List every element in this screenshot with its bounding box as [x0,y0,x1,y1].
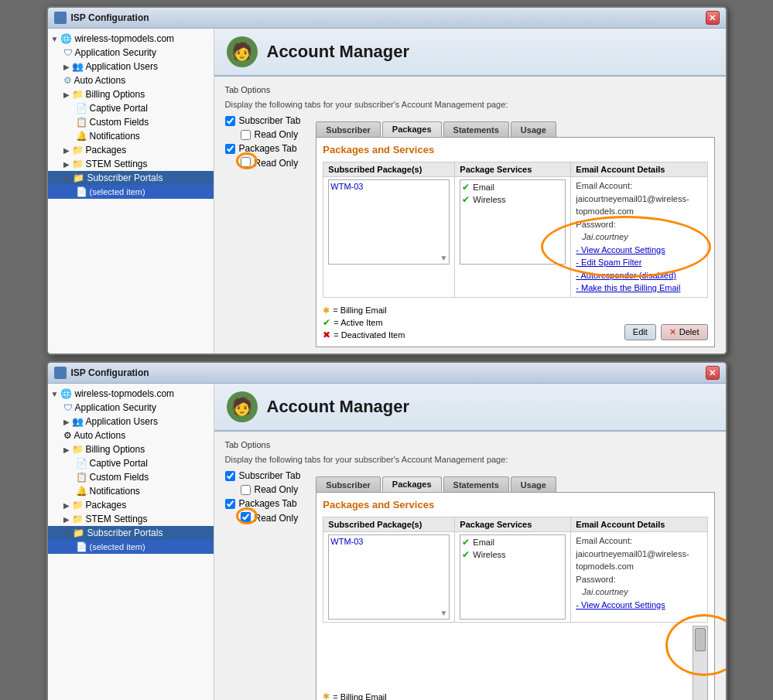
sidebar-item-app-users-2[interactable]: ▶ 👥 Application Users [48,415,214,429]
password-label-2: Password: [576,573,702,586]
sidebar-item-stem-2[interactable]: ▶ 📁 STEM Settings [48,512,214,526]
legend-deactivated-text-1: = Deactivated Item [333,330,405,340]
col-header-email-1: Email Account Details [571,162,707,177]
scrollbar-thumb-2[interactable] [695,628,706,651]
sidebar-label-custom: Custom Fields [90,117,149,128]
subscriber-readonly-label-2: Read Only [255,484,299,495]
sidebar-item-notifications-2[interactable]: 🔔 Notifications [48,484,214,498]
expand-icon: ▼ [51,35,59,43]
sidebar-item-billing[interactable]: ▶ 📁 Billing Options [48,87,214,101]
packages-table-2: Subscribed Package(s) Package Services E… [323,517,707,623]
email-account-box-1: Email Account: jaicourtneyemail01@wirele… [576,179,702,295]
header-avatar-2: 🧑 [227,391,258,422]
subscriber-tab-label-1: Subscriber Tab [239,115,301,126]
sidebar-item-custom-fields-2[interactable]: 📋 Custom Fields [48,470,214,484]
close-button-2[interactable]: ✕ [706,366,720,380]
tab-bar-1: Subscriber Packages Statements Usage [316,121,714,137]
sidebar-item-custom-fields[interactable]: 📋 Custom Fields [48,115,214,129]
scrollbar-2[interactable] [693,626,708,700]
sidebar-label-users: Application Users [86,61,158,72]
sidebar-label-stem-2: STEM Settings [86,514,148,524]
sidebar-1: ▼ 🌐 wireless-topmodels.com 🛡 Application… [48,29,214,353]
packages-readonly-checkbox-1[interactable] [241,157,251,167]
sidebar-item-wireless[interactable]: ▼ 🌐 wireless-topmodels.com [48,32,214,46]
sidebar-item-packages-2[interactable]: ▶ 📁 Packages [48,498,214,512]
sidebar-item-auto-actions-2[interactable]: ⚙ Auto Actions [48,429,214,442]
email-address-2: jaicourtneyemail01@wireless-topmodels.co… [576,548,702,573]
packages-tab-checkbox-1[interactable] [225,144,235,154]
link-view-account-2[interactable]: - View Account Settings [576,599,702,612]
tab-packages-1[interactable]: Packages [382,121,442,137]
sidebar-label-child-2: (selected item) [90,542,145,551]
sidebar-label-auto: Auto Actions [74,75,126,86]
cross-icon-legend-1: ✖ [323,330,330,340]
sidebar-label-security: Application Security [75,47,156,58]
sidebar-item-app-users[interactable]: ▶ 👥 Application Users [48,60,214,73]
link-billing-email-1[interactable]: - Make this the Billing Email [576,282,702,295]
header-section-2: 🧑 Account Manager [214,384,726,432]
header-section-1: 🧑 Account Manager [214,29,726,77]
subscribed-listbox-2[interactable]: WTM-03 ▼ [328,534,450,620]
edit-button-1[interactable]: Edit [624,324,656,340]
expand-icon-users-2: ▶ [63,418,70,426]
sidebar-item-stem[interactable]: ▶ 📁 STEM Settings [48,157,214,171]
sidebar-item-captive-portal-2[interactable]: 📄 Captive Portal [48,456,214,470]
tab-statements-1[interactable]: Statements [443,121,509,137]
sidebar-item-auto-actions[interactable]: ⚙ Auto Actions [48,73,214,87]
tab-statements-2[interactable]: Statements [443,476,509,492]
sidebar-label-wireless-2: wireless-topmodels.com [74,388,174,399]
packages-table-1: Subscribed Package(s) Package Services E… [323,162,707,298]
subscriber-readonly-checkbox-2[interactable] [241,485,251,495]
packages-tab-checkbox-2[interactable] [225,499,235,509]
sidebar-item-wireless-2[interactable]: ▼ 🌐 wireless-topmodels.com [48,387,214,401]
delete-icon-1: ✕ [669,327,676,337]
fields-icon: 📋 [76,117,87,128]
pkg-name-2: WTM-03 [330,537,447,546]
window-title-1: ISP Configuration [71,12,149,23]
check-icon-legend-1: ✔ [323,317,330,328]
sidebar-item-app-security[interactable]: 🛡 Application Security [48,46,214,60]
tab-subscriber-1[interactable]: Subscriber [316,121,380,137]
sidebar-item-subscriber-portals-2[interactable]: ▼ 📁 Subscriber Portals [48,526,214,540]
sidebar-item-selected-child-2[interactable]: 📄 (selected item) [48,540,214,554]
subscriber-readonly-checkbox-1[interactable] [241,130,251,140]
tab-subscriber-2[interactable]: Subscriber [316,476,380,492]
delete-button-1[interactable]: ✕ Delet [661,324,708,340]
subscriber-tab-checkbox-1[interactable] [225,116,235,126]
tab-usage-2[interactable]: Usage [511,476,556,492]
sidebar-item-app-security-2[interactable]: 🛡 Application Security [48,401,214,415]
sidebar-label-billing-2: Billing Options [86,444,145,455]
sidebar-item-subscriber-portals[interactable]: ▼ 📁 Subscriber Portals [48,171,214,185]
link-view-account-1[interactable]: - View Account Settings [576,244,702,257]
scroll-down-icon-1: ▼ [440,254,447,262]
legend-deactivated-1: ✖ = Deactivated Item [323,330,405,340]
subscriber-tab-checkbox-2[interactable] [225,471,235,481]
panel-title-1: Packages and Services [323,144,707,155]
sidebar-label-notif-2: Notifications [90,486,140,497]
link-autoresponder-1[interactable]: - Autoresponder (disabled) [576,269,702,282]
bell-icon: 🔔 [76,131,87,142]
service-name-email-1: Email [473,183,494,192]
folder-icon-portals-2: 📁 [73,528,84,538]
scroll-down-icon-2: ▼ [440,609,447,617]
sidebar-item-selected-child[interactable]: 📄 (selected item) [48,185,214,199]
close-button-1[interactable]: ✕ [706,11,720,25]
sidebar-item-notifications[interactable]: 🔔 Notifications [48,129,214,143]
pkg-cell-services-1: ✔ Email ✔ Wireless [455,177,571,298]
tab-usage-1[interactable]: Usage [511,121,556,137]
packages-tab-label-1: Packages Tab [239,143,297,154]
col-header-services-1: Package Services [455,162,571,177]
sidebar-item-captive-portal[interactable]: 📄 Captive Portal [48,101,214,115]
packages-readonly-checkbox-2[interactable] [241,512,251,522]
subscribed-listbox-1[interactable]: WTM-03 ▼ [328,179,450,265]
sidebar-item-billing-2[interactable]: ▶ 📁 Billing Options [48,442,214,456]
sidebar-label-users-2: Application Users [86,416,158,427]
tab-packages-2[interactable]: Packages [382,476,442,492]
child-icon-2: 📄 [76,541,87,552]
sidebar-item-packages[interactable]: ▶ 📁 Packages [48,143,214,157]
link-spam-filter-1[interactable]: - Edit Spam Filter [576,256,702,269]
email-account-label-2: Email Account: [576,534,702,548]
packages-tab-label-2: Packages Tab [239,498,297,509]
packages-readonly-row-2: Read Only [241,512,301,524]
check-icon-wireless-1: ✔ [462,194,470,205]
